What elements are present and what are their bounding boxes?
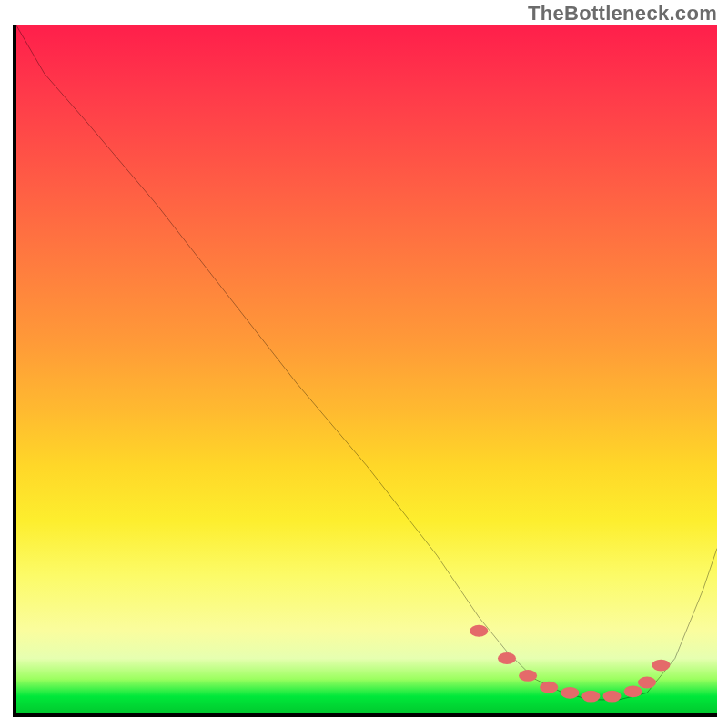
marker-dot bbox=[581, 691, 600, 703]
marker-dot bbox=[602, 691, 621, 703]
flat-bottom-markers bbox=[470, 625, 670, 703]
marker-dot bbox=[561, 687, 579, 699]
marker-dot bbox=[519, 670, 537, 682]
curve-layer bbox=[16, 25, 717, 713]
marker-dot bbox=[540, 682, 558, 693]
bottleneck-curve-path bbox=[16, 25, 717, 700]
marker-dot bbox=[652, 660, 670, 672]
marker-dot bbox=[498, 652, 516, 664]
marker-dot bbox=[638, 677, 656, 689]
marker-dot bbox=[624, 685, 642, 697]
marker-dot bbox=[470, 625, 488, 637]
plot-frame bbox=[13, 25, 717, 717]
chart-stage: TheBottleneck.com bbox=[0, 0, 728, 728]
watermark-text: TheBottleneck.com bbox=[528, 2, 717, 25]
